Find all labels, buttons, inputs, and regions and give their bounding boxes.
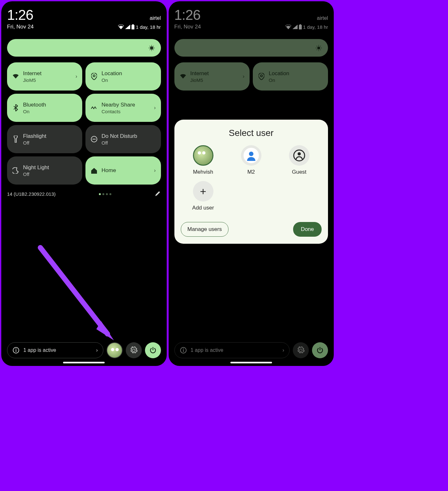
signal-icon [125,25,130,29]
power-button [312,342,328,358]
tile-nearby-share[interactable]: Nearby ShareContacts › [85,94,161,122]
carrier: airtel [150,15,161,21]
guest-icon [289,145,309,166]
avatar-icon [193,145,213,166]
gear-icon [130,346,138,354]
svg-point-5 [183,349,184,350]
wifi-icon [285,25,291,29]
brightness-icon [148,44,155,51]
select-user-dialog: Select user Mehvish M2 Guest + Add user [174,120,328,244]
status-icons: 1 day, 18 hr [118,24,161,30]
carrier: airtel [317,15,328,21]
active-apps-pill[interactable]: 1 app is active › [7,342,103,358]
dnd-icon [91,136,98,143]
date-row: Fri, Nov 24 1 day, 18 hr [174,24,328,30]
nearby-share-icon [91,106,98,110]
battery-text: 1 day, 18 hr [303,24,328,30]
power-icon [149,347,156,354]
brightness-slider[interactable] [7,39,161,57]
brightness-slider[interactable] [174,39,328,57]
location-icon [91,73,98,80]
date: Fri, Nov 24 [174,24,201,30]
battery-icon [132,24,134,29]
battery-text: 1 day, 18 hr [136,24,161,30]
nav-pill[interactable] [63,362,105,363]
svg-point-6 [249,152,253,156]
active-apps-pill: 1 app is active › [174,342,290,358]
user-avatar-button[interactable] [107,342,123,358]
chevron-right-icon: › [96,347,98,353]
home-icon [91,167,98,174]
active-apps-label: 1 app is active [23,347,92,353]
add-user[interactable]: + Add user [181,181,226,211]
build-label: 14 (U1B2.230922.013) [7,191,56,197]
user-mehvish[interactable]: Mehvish [181,145,226,175]
plus-icon: + [193,181,213,202]
clock: 1:26 [174,7,201,23]
tile-location[interactable]: LocationOn [85,62,161,91]
bluetooth-icon [12,104,19,111]
svg-point-0 [150,47,153,49]
phone-left: 1:26 airtel Fri, Nov 24 1 day, 18 hr Int… [1,1,167,366]
nav-pill[interactable] [230,362,272,363]
power-button[interactable] [145,342,161,358]
settings-button [293,342,309,358]
page-dots [99,193,111,195]
chevron-right-icon: › [154,168,156,173]
chevron-right-icon: › [243,74,244,79]
annotation-arrow [37,244,127,347]
svg-point-8 [298,152,301,155]
settings-button[interactable] [126,342,142,358]
edit-icon[interactable] [155,190,161,198]
bottom-bar: 1 app is active › [174,342,328,360]
tile-night-light[interactable]: Night LightOff [7,156,82,185]
gear-icon [297,346,305,354]
brightness-icon [315,44,322,51]
wifi-icon [12,74,19,79]
status-row: 1:26 airtel [174,7,328,23]
clock: 1:26 [7,7,33,23]
tile-location: LocationOn [253,62,328,91]
qs-tiles: InternetJioM5 › LocationOn BluetoothOn N… [7,62,161,185]
chevron-right-icon: › [154,105,156,111]
tile-internet: InternetJioM5 › [174,62,250,91]
date-row: Fri, Nov 24 1 day, 18 hr [7,24,161,30]
user-guest[interactable]: Guest [277,145,322,175]
status-icons: 1 day, 18 hr [285,24,328,30]
wifi-icon [118,25,124,29]
qs-tiles-dimmed: InternetJioM5 › LocationOn [174,62,328,91]
svg-point-3 [16,349,17,350]
bottom-bar: 1 app is active › [7,342,161,360]
date: Fri, Nov 24 [7,24,34,30]
tile-internet[interactable]: InternetJioM5 › [7,62,82,91]
tile-home[interactable]: Home › [85,156,161,185]
user-m2[interactable]: M2 [229,145,274,175]
phone-right: 1:26 airtel Fri, Nov 24 1 day, 18 hr Int… [169,1,334,366]
flashlight-icon [12,136,19,143]
qs-footer: 14 (U1B2.230922.013) [7,190,161,198]
avatar-icon [241,145,261,166]
status-row: 1:26 airtel [7,7,161,23]
tile-dnd[interactable]: Do Not DisturbOff [85,125,161,153]
dialog-title: Select user [181,128,322,138]
tile-bluetooth[interactable]: BluetoothOn [7,94,82,122]
info-icon [12,347,20,354]
battery-icon [299,24,302,29]
chevron-right-icon: › [283,347,284,353]
active-apps-label: 1 app is active [191,347,279,353]
wifi-icon [180,74,187,79]
chevron-right-icon: › [76,74,77,79]
power-icon [316,347,324,354]
location-icon [258,73,265,80]
signal-icon [292,25,298,29]
info-icon [180,347,187,354]
tile-flashlight[interactable]: FlashlightOff [7,125,82,153]
moon-icon [12,167,19,174]
done-button[interactable]: Done [293,222,322,237]
manage-users-button[interactable]: Manage users [181,222,229,237]
user-grid: Mehvish M2 Guest + Add user [181,145,322,211]
